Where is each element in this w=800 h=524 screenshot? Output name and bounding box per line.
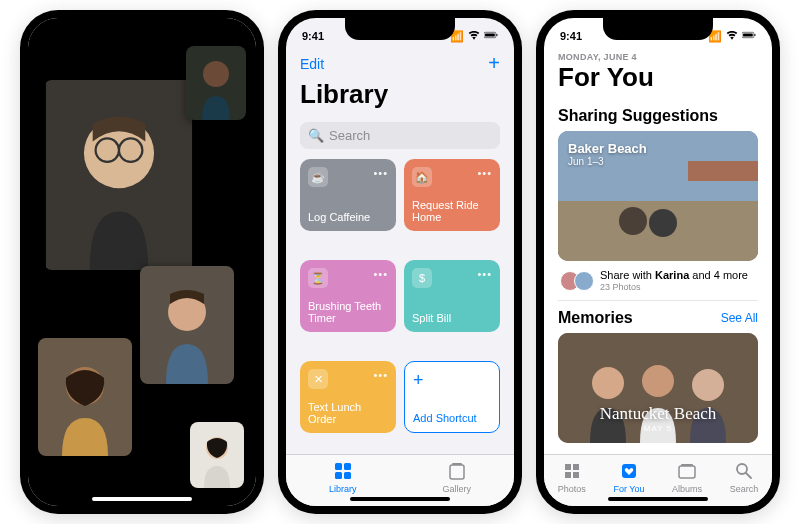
- shortcut-tile[interactable]: $••• Split Bill: [404, 260, 500, 332]
- shortcut-tile[interactable]: 🏠••• Request Ride Home: [404, 159, 500, 231]
- participant-tile-3[interactable]: [140, 266, 234, 384]
- grid-icon: [333, 461, 353, 483]
- dollar-icon: $: [412, 268, 432, 288]
- status-time: 9:41: [560, 30, 582, 42]
- avatar-stack: [560, 271, 594, 291]
- tile-more-icon[interactable]: •••: [373, 167, 388, 179]
- home-icon: 🏠: [412, 167, 432, 187]
- tile-label: Split Bill: [412, 312, 492, 324]
- tab-for-you[interactable]: For You: [613, 461, 644, 494]
- add-shortcut-tile[interactable]: + Add Shortcut: [404, 361, 500, 433]
- tab-photos[interactable]: Photos: [558, 461, 586, 494]
- edit-button[interactable]: Edit: [300, 56, 324, 72]
- tile-label: Brushing Teeth Timer: [308, 300, 388, 324]
- notch: [345, 18, 455, 40]
- tile-more-icon[interactable]: •••: [373, 369, 388, 381]
- utensils-icon: ✕: [308, 369, 328, 389]
- phone-photos: 9:41 📶 MONDAY, JUNE 4 For You Sharing Su…: [536, 10, 780, 514]
- memory-title: Nantucket Beach: [600, 404, 717, 424]
- svg-rect-35: [565, 472, 571, 478]
- phone-facetime: [20, 10, 264, 514]
- tile-label: Request Ride Home: [412, 199, 492, 223]
- notch: [87, 18, 197, 40]
- phone-shortcuts: 9:41 📶 Edit + Library 🔍 Search ☕: [278, 10, 522, 514]
- participant-tile-self[interactable]: [190, 422, 244, 488]
- add-button[interactable]: +: [488, 52, 500, 75]
- shortcuts-screen: 9:41 📶 Edit + Library 🔍 Search ☕: [286, 18, 514, 506]
- svg-point-27: [619, 207, 647, 235]
- share-with-row[interactable]: Share with Karina and 4 more 23 Photos: [558, 261, 758, 301]
- tab-library[interactable]: Library: [329, 461, 357, 494]
- svg-rect-20: [450, 465, 464, 479]
- section-title-sharing: Sharing Suggestions: [558, 107, 758, 125]
- svg-rect-15: [496, 34, 497, 36]
- home-indicator[interactable]: [608, 497, 708, 501]
- scroll-content[interactable]: Sharing Suggestions Baker Beach Jun 1–3 …: [544, 99, 772, 454]
- home-indicator[interactable]: [350, 497, 450, 501]
- tab-search[interactable]: Search: [730, 461, 759, 494]
- memory-date: MAY 5: [600, 424, 717, 433]
- page-title: For You: [558, 62, 758, 93]
- svg-line-41: [746, 473, 751, 478]
- facetime-screen: [28, 18, 256, 506]
- svg-rect-14: [485, 33, 495, 36]
- battery-icon: [742, 28, 756, 44]
- svg-rect-21: [452, 463, 462, 465]
- svg-point-31: [642, 365, 674, 397]
- tile-label: Log Caffeine: [308, 211, 388, 223]
- hourglass-icon: ⏳: [308, 268, 328, 288]
- tab-albums[interactable]: Albums: [672, 461, 702, 494]
- svg-rect-36: [573, 472, 579, 478]
- svg-point-28: [649, 209, 677, 237]
- svg-rect-16: [335, 463, 342, 470]
- wifi-icon: [725, 28, 739, 44]
- shortcuts-grid: ☕••• Log Caffeine 🏠••• Request Ride Home…: [286, 159, 514, 454]
- coffee-icon: ☕: [308, 167, 328, 187]
- search-placeholder: Search: [329, 128, 370, 143]
- home-indicator[interactable]: [92, 497, 192, 501]
- search-input[interactable]: 🔍 Search: [300, 122, 500, 149]
- memory-card[interactable]: Nantucket Beach MAY 5: [558, 333, 758, 443]
- share-subtext: 23 Photos: [600, 282, 748, 292]
- svg-rect-24: [754, 34, 755, 36]
- plus-icon: +: [413, 370, 491, 391]
- albums-icon: [677, 461, 697, 483]
- tile-more-icon[interactable]: •••: [477, 167, 492, 179]
- shortcut-tile[interactable]: ⏳••• Brushing Teeth Timer: [300, 260, 396, 332]
- tile-label: Add Shortcut: [413, 412, 491, 424]
- battery-icon: [484, 28, 498, 44]
- wifi-icon: [467, 28, 481, 44]
- svg-rect-34: [573, 464, 579, 470]
- svg-rect-18: [335, 472, 342, 479]
- card-location: Baker Beach: [568, 141, 647, 156]
- search-icon: 🔍: [308, 128, 324, 143]
- gallery-icon: [447, 461, 467, 483]
- tile-more-icon[interactable]: •••: [373, 268, 388, 280]
- section-title-memories: Memories: [558, 309, 633, 327]
- tab-gallery[interactable]: Gallery: [442, 461, 471, 494]
- sharing-suggestion-card[interactable]: Baker Beach Jun 1–3: [558, 131, 758, 261]
- participant-tile-main[interactable]: [44, 80, 194, 270]
- participant-tile-2[interactable]: [186, 46, 246, 120]
- heart-icon: [619, 461, 639, 483]
- tile-label: Text Lunch Order: [308, 401, 388, 425]
- photos-screen: 9:41 📶 MONDAY, JUNE 4 For You Sharing Su…: [544, 18, 772, 506]
- shortcut-tile[interactable]: ✕••• Text Lunch Order: [300, 361, 396, 433]
- card-dates: Jun 1–3: [568, 156, 647, 167]
- see-all-link[interactable]: See All: [721, 311, 758, 325]
- facetime-call-view[interactable]: [28, 18, 256, 506]
- status-time: 9:41: [302, 30, 324, 42]
- participant-tile-4[interactable]: [38, 338, 132, 456]
- svg-rect-17: [344, 463, 351, 470]
- tile-more-icon[interactable]: •••: [477, 268, 492, 280]
- shortcut-tile[interactable]: ☕••• Log Caffeine: [300, 159, 396, 231]
- svg-rect-23: [743, 33, 753, 36]
- svg-point-30: [592, 367, 624, 399]
- svg-rect-38: [679, 466, 695, 478]
- share-text: Share with Karina and 4 more: [600, 269, 748, 282]
- svg-rect-19: [344, 472, 351, 479]
- svg-rect-39: [681, 464, 693, 466]
- svg-point-6: [203, 61, 229, 87]
- svg-rect-33: [565, 464, 571, 470]
- photos-icon: [562, 461, 582, 483]
